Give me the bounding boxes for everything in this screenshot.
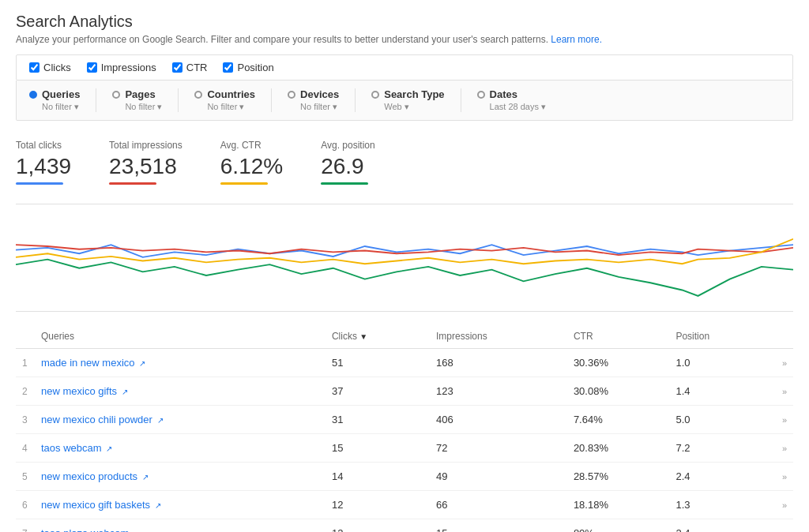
table-body: 1 made in new mexico ↗ 51 168 30.36% 1.0… xyxy=(16,349,793,533)
query-link[interactable]: made in new mexico ↗ xyxy=(41,357,145,369)
row-position: 5.0 xyxy=(669,406,769,434)
search-type-radio xyxy=(371,91,379,99)
external-link-icon: ↗ xyxy=(119,388,128,396)
data-table-container: Queries Clicks ▼ Impressions CTR Positio… xyxy=(16,324,793,532)
filter-devices[interactable]: Devices No filter ▾ xyxy=(288,88,356,112)
row-expand[interactable]: » xyxy=(769,349,793,377)
row-number: 3 xyxy=(16,406,35,434)
row-expand[interactable]: » xyxy=(769,434,793,463)
queries-radio xyxy=(29,91,37,99)
row-clicks: 37 xyxy=(325,377,430,406)
col-position[interactable]: Position xyxy=(669,324,769,349)
col-num xyxy=(16,324,35,349)
row-position: 2.4 xyxy=(669,519,769,533)
row-expand[interactable]: » xyxy=(769,406,793,434)
query-link[interactable]: new mexico products ↗ xyxy=(41,470,149,482)
stat-avg-position: Avg. position 26.9 xyxy=(321,133,394,191)
table-row: 2 new mexico gifts ↗ 37 123 30.08% 1.4 » xyxy=(16,377,793,406)
row-expand[interactable]: » xyxy=(769,519,793,533)
filter-countries[interactable]: Countries No filter ▾ xyxy=(194,88,272,112)
countries-radio xyxy=(194,91,202,99)
row-position: 7.2 xyxy=(669,434,769,463)
table-row: 3 new mexico chili powder ↗ 31 406 7.64%… xyxy=(16,406,793,434)
row-position: 1.0 xyxy=(669,349,769,377)
query-link[interactable]: new mexico gifts ↗ xyxy=(41,385,128,397)
position-checkbox[interactable]: Position xyxy=(223,62,273,73)
total-impressions-value: 23,518 xyxy=(109,154,182,179)
avg-ctr-value: 6.12% xyxy=(220,154,283,179)
page-title: Search Analytics xyxy=(16,13,793,31)
ctr-checkbox[interactable]: CTR xyxy=(172,62,208,73)
filter-dates[interactable]: Dates Last 28 days ▾ xyxy=(477,88,562,112)
stat-total-clicks: Total clicks 1,439 xyxy=(16,133,90,191)
row-ctr: 30.08% xyxy=(567,377,670,406)
row-ctr: 30.36% xyxy=(567,349,670,377)
col-impressions[interactable]: Impressions xyxy=(430,324,567,349)
col-clicks[interactable]: Clicks ▼ xyxy=(325,324,430,349)
row-impressions: 49 xyxy=(430,463,567,491)
row-query: new mexico chili powder ↗ xyxy=(35,406,325,434)
stat-total-impressions: Total impressions 23,518 xyxy=(109,133,201,191)
impressions-checkbox[interactable]: Impressions xyxy=(87,62,156,73)
row-clicks: 12 xyxy=(325,491,430,519)
col-actions xyxy=(769,324,793,349)
row-impressions: 168 xyxy=(430,349,567,377)
row-clicks: 15 xyxy=(325,434,430,463)
col-ctr[interactable]: CTR xyxy=(567,324,670,349)
table-header: Queries Clicks ▼ Impressions CTR Positio… xyxy=(16,324,793,349)
metrics-bar: Clicks Impressions CTR Position xyxy=(16,54,793,81)
page-subtitle: Analyze your performance on Google Searc… xyxy=(16,34,793,45)
table-row: 4 taos webcam ↗ 15 72 20.83% 7.2 » xyxy=(16,434,793,463)
devices-radio xyxy=(288,91,295,99)
row-query: taos plaza webcam ↗ xyxy=(35,519,325,533)
row-expand[interactable]: » xyxy=(769,491,793,519)
filter-search-type[interactable]: Search Type Web ▾ xyxy=(371,88,461,112)
total-clicks-bar xyxy=(16,182,63,185)
learn-more-link[interactable]: Learn more. xyxy=(551,34,602,45)
total-impressions-label: Total impressions xyxy=(109,140,182,151)
row-number: 5 xyxy=(16,463,35,491)
row-position: 2.4 xyxy=(669,463,769,491)
row-impressions: 15 xyxy=(430,519,567,533)
dates-radio xyxy=(477,91,485,99)
table-row: 7 taos plaza webcam ↗ 12 15 80% 2.4 » xyxy=(16,519,793,533)
row-impressions: 72 xyxy=(430,434,567,463)
query-link[interactable]: taos plaza webcam ↗ xyxy=(41,527,140,532)
row-query: new mexico products ↗ xyxy=(35,463,325,491)
avg-position-value: 26.9 xyxy=(321,154,375,179)
line-chart xyxy=(16,217,793,312)
clicks-checkbox[interactable]: Clicks xyxy=(29,62,71,73)
total-impressions-bar xyxy=(109,182,156,185)
filter-pages[interactable]: Pages No filter ▾ xyxy=(112,88,179,112)
row-impressions: 123 xyxy=(430,377,567,406)
query-link[interactable]: taos webcam ↗ xyxy=(41,442,112,454)
row-expand[interactable]: » xyxy=(769,377,793,406)
row-clicks: 31 xyxy=(325,406,430,434)
row-clicks: 12 xyxy=(325,519,430,533)
position-line xyxy=(16,260,793,296)
total-clicks-value: 1,439 xyxy=(16,154,71,179)
row-query: new mexico gifts ↗ xyxy=(35,377,325,406)
query-link[interactable]: new mexico gift baskets ↗ xyxy=(41,499,161,511)
row-ctr: 28.57% xyxy=(567,463,670,491)
row-position: 1.4 xyxy=(669,377,769,406)
external-link-icon: ↗ xyxy=(140,473,149,481)
avg-position-bar xyxy=(321,182,368,185)
data-table: Queries Clicks ▼ Impressions CTR Positio… xyxy=(16,324,793,532)
row-query: made in new mexico ↗ xyxy=(35,349,325,377)
query-link[interactable]: new mexico chili powder ↗ xyxy=(41,414,164,425)
table-row: 5 new mexico products ↗ 14 49 28.57% 2.4… xyxy=(16,463,793,491)
row-impressions: 66 xyxy=(430,491,567,519)
table-row: 1 made in new mexico ↗ 51 168 30.36% 1.0… xyxy=(16,349,793,377)
row-expand[interactable]: » xyxy=(769,463,793,491)
row-number: 1 xyxy=(16,349,35,377)
stat-avg-ctr: Avg. CTR 6.12% xyxy=(220,133,302,191)
row-impressions: 406 xyxy=(430,406,567,434)
row-clicks: 51 xyxy=(325,349,430,377)
filter-queries[interactable]: Queries No filter ▾ xyxy=(29,88,96,112)
row-query: new mexico gift baskets ↗ xyxy=(35,491,325,519)
table-row: 6 new mexico gift baskets ↗ 12 66 18.18%… xyxy=(16,491,793,519)
external-link-icon: ↗ xyxy=(155,416,164,425)
avg-position-label: Avg. position xyxy=(321,140,375,151)
external-link-icon: ↗ xyxy=(152,501,161,510)
